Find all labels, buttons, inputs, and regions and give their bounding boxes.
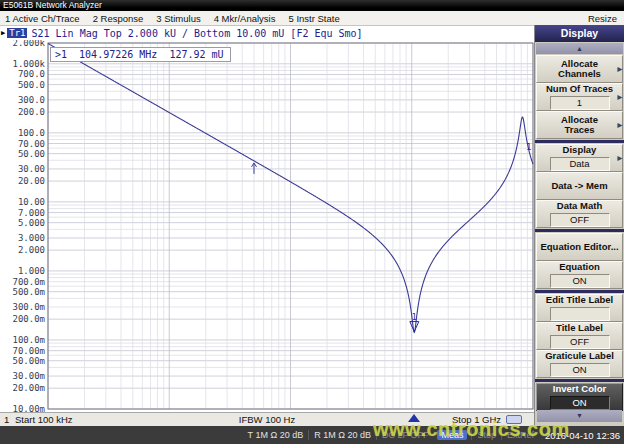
network-analyzer-screen: E5061B Network Analyzer 1 Active Ch/Trac… <box>0 0 624 444</box>
y-axis-tick-label: 500.0 <box>18 80 45 90</box>
y-axis-tick-label: 10.00m <box>12 404 45 412</box>
softkey-label: Data -> Mem <box>551 181 607 192</box>
menu-item-1-active-ch-trace[interactable]: 1 Active Ch/Trace <box>5 13 80 24</box>
menu-item-resize[interactable]: Resize <box>588 13 617 24</box>
softkey-label: Equation <box>559 262 600 273</box>
status-meas: Meas <box>437 430 467 440</box>
trace-summary-text: S21 Lin Mag Top 2.000 kU / Bottom 10.00 … <box>31 28 362 39</box>
y-axis-tick-label: 20.00m <box>12 383 45 393</box>
trace-id-badge[interactable]: Tr1 <box>7 28 27 38</box>
softkey-group-separator <box>535 290 624 293</box>
softkey-equation-editor[interactable]: Equation Editor... <box>536 233 623 261</box>
y-axis-tick-label: 5.000 <box>18 218 45 228</box>
y-axis-tick-label: 20.00 <box>18 176 45 186</box>
y-axis-tick-label: 50.00 <box>18 149 45 159</box>
softkey-data-mem[interactable]: Data -> Mem <box>536 172 623 200</box>
menu-items: 1 Active Ch/Trace2 Response3 Stimulus4 M… <box>5 13 340 24</box>
softkey-buttons: Allocate Channels▶Num Of Traces1▶Allocat… <box>535 55 624 411</box>
y-axis-tick-label: 50.00m <box>12 356 45 366</box>
y-axis-tick-label: 300.0m <box>12 302 45 312</box>
softkey-display[interactable]: DisplayData▶ <box>536 144 623 172</box>
window-title: E5061B Network Analyzer <box>3 0 102 10</box>
instrument-status-bar: T 1M Ω 20 dBR 1M Ω 20 dBDC LF OFFMeasSto… <box>0 426 624 444</box>
softkey-scroll-down-button[interactable]: ▼ <box>537 410 622 422</box>
trace-status-bar[interactable]: ▶ Tr1 S21 Lin Mag Top 2.000 kU / Bottom … <box>0 26 534 40</box>
plot-svg: 2.000k1.000k700.0500.0300.0200.0100.070.… <box>0 40 534 412</box>
softkey-edit-title-label[interactable]: Edit Title Label <box>536 294 623 322</box>
softkey-invert-color[interactable]: Invert ColorON <box>536 383 623 411</box>
softkey-title-label[interactable]: Title LabelOFF <box>536 322 623 350</box>
y-axis-tick-label: 2.000k <box>12 40 45 48</box>
scroll-down-icon: ▼ <box>576 412 583 419</box>
y-axis-tick-label: 100.0 <box>18 128 45 138</box>
softkey-label: Equation Editor... <box>540 242 618 253</box>
active-trace-arrow-icon: ▶ <box>1 29 5 37</box>
menu-item-4-mkr-analysis[interactable]: 4 Mkr/Analysis <box>214 13 276 24</box>
softkey-label: Data Math <box>557 201 602 212</box>
softkey-value: ON <box>550 396 610 410</box>
y-axis-tick-label: 1.000k <box>12 59 45 69</box>
softkey-num-of-traces[interactable]: Num Of Traces1▶ <box>536 83 623 111</box>
y-axis-tick-label: 7.000 <box>18 208 45 218</box>
softkey-graticule-label[interactable]: Graticule LabelON <box>536 350 623 378</box>
y-axis-tick-label: 70.00 <box>18 139 45 149</box>
softkey-value: ON <box>550 274 610 288</box>
marker-number-label: 1 <box>412 313 417 322</box>
softkey-data-math[interactable]: Data MathOFF <box>536 200 623 228</box>
y-axis-tick-label: 500.0m <box>12 287 45 297</box>
softkey-value: OFF <box>550 213 610 227</box>
status-t-1m-20-db: T 1M Ω 20 dB <box>243 430 309 440</box>
scroll-up-icon: ▲ <box>576 45 583 52</box>
status-stop: Stop <box>471 430 501 440</box>
submenu-arrow-icon: ▶ <box>617 153 622 164</box>
y-axis-tick-label: 10.00 <box>18 197 45 207</box>
stimulus-stop-label: Stop 1 GHz <box>452 414 501 425</box>
y-axis-tick-label: 30.00 <box>18 164 45 174</box>
softkey-allocate-channels[interactable]: Allocate Channels▶ <box>536 55 623 83</box>
status-indicators: T 1M Ω 20 dBR 1M Ω 20 dBDC LF OFFMeasSto… <box>243 430 539 440</box>
menu-item-2-response[interactable]: 2 Response <box>93 13 144 24</box>
status-extref: ExtRef <box>501 430 539 440</box>
softkey-value <box>550 307 610 321</box>
submenu-arrow-icon: ▶ <box>617 64 622 75</box>
marker-triangle-icon <box>410 322 419 332</box>
softkey-menu-title: Display <box>535 25 624 42</box>
y-axis-tick-label: 2.000 <box>18 245 45 255</box>
y-axis-tick-label: 200.0 <box>18 107 45 117</box>
y-axis-tick-label: 1.000 <box>18 266 45 276</box>
status-datetime: 2016-04-10 12:36 <box>539 430 620 441</box>
menu-bar: 1 Active Ch/Trace2 Response3 Stimulus4 M… <box>0 11 624 26</box>
submenu-arrow-icon: ▶ <box>617 92 622 103</box>
softkey-value: ON <box>550 363 610 377</box>
softkey-label: Num Of Traces <box>546 84 613 95</box>
y-axis-labels: 2.000k1.000k700.0500.0300.0200.0100.070.… <box>12 40 45 412</box>
y-axis-tick-label: 200.0m <box>12 314 45 324</box>
softkey-equation[interactable]: EquationON <box>536 261 623 289</box>
softkey-label: Allocate Traces <box>561 115 598 136</box>
status-r-1m-20-db: R 1M Ω 20 dB <box>308 430 376 440</box>
softkey-allocate-traces[interactable]: Allocate Traces▶ <box>536 111 623 139</box>
softkey-label: Graticule Label <box>545 351 614 362</box>
menu-item-5-instr-state[interactable]: 5 Instr State <box>288 13 339 24</box>
trace-up-arrow-icon <box>252 163 257 174</box>
softkey-label: Edit Title Label <box>546 295 613 306</box>
trace-end-number-label: 1 <box>526 142 531 152</box>
softkey-label: Invert Color <box>553 384 606 395</box>
keyboard-icon[interactable] <box>506 415 522 424</box>
softkey-scroll-up-button[interactable]: ▲ <box>536 43 623 54</box>
y-axis-tick-label: 30.00m <box>12 371 45 381</box>
y-axis-tick-label: 700.0m <box>12 277 45 287</box>
plot-grid <box>48 43 533 409</box>
window-title-bar: E5061B Network Analyzer <box>0 0 624 11</box>
stimulus-bar: 1 Start 100 kHz IFBW 100 Hz Stop 1 GHz <box>0 412 534 426</box>
status-dc-lf-off: DC LF OFF <box>376 430 434 440</box>
softkey-group-separator <box>535 229 624 232</box>
softkey-panel: Display ▲ Allocate Channels▶Num Of Trace… <box>534 25 624 426</box>
graticule-plot-area[interactable]: 2.000k1.000k700.0500.0300.0200.0100.070.… <box>0 40 534 412</box>
softkey-value: Data <box>550 157 610 171</box>
menu-item-3-stimulus[interactable]: 3 Stimulus <box>156 13 200 24</box>
marker-1-symbol[interactable]: 1 <box>410 313 419 332</box>
marker-stimulus-indicator-icon[interactable] <box>408 414 420 422</box>
marker-readout-box: >1 104.97226 MHz 127.92 mU <box>50 47 231 62</box>
softkey-value: OFF <box>550 335 610 349</box>
